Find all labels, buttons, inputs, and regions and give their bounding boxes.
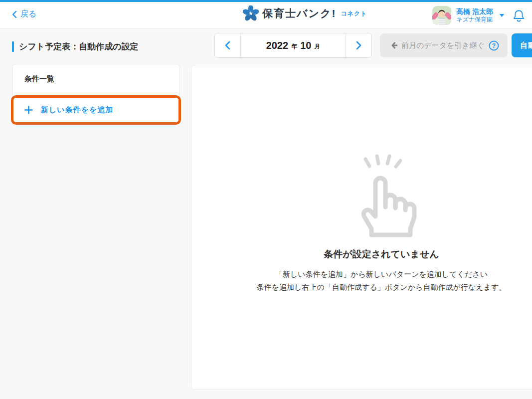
- user-organization: キズナ保育園: [456, 16, 493, 24]
- next-month-button[interactable]: [346, 33, 371, 57]
- shift-auto-create-settings-page: { "colors": { "accent_blue": "#1f9cea", …: [0, 0, 532, 399]
- chevron-right-icon: [356, 41, 361, 50]
- month-value: 10: [300, 40, 311, 51]
- app-logo: 保育士バンク! コネクト: [243, 5, 367, 21]
- empty-state-line2: 条件を追加し右上の「自動作成する」ボタンから自動作成が行なえます。: [257, 281, 506, 294]
- user-info: 高橋 浩太郎 キズナ保育園: [456, 7, 493, 24]
- condition-list-card: 条件一覧 新しい条件をを追加: [12, 64, 180, 124]
- avatar[interactable]: [432, 6, 451, 25]
- highlight-annotation-box: 新しい条件をを追加: [11, 95, 181, 125]
- help-icon[interactable]: ?: [489, 40, 499, 51]
- caret-down-icon[interactable]: [499, 13, 505, 17]
- month-unit: 月: [314, 42, 320, 51]
- empty-state-line1: 「新しい条件を追加」から新しいパターンを追加してください: [257, 268, 506, 281]
- year-value: 2022: [266, 40, 289, 51]
- plus-icon: [24, 106, 33, 114]
- user-menu[interactable]: 高橋 浩太郎 キズナ保育園: [432, 6, 525, 25]
- logo-product-text: コネクト: [341, 9, 367, 18]
- back-label: 戻る: [20, 9, 36, 19]
- add-condition-button[interactable]: 新しい条件をを追加: [13, 98, 178, 122]
- month-navigator: 2022 年 10 月: [214, 33, 372, 58]
- empty-state-description: 「新しい条件を追加」から新しいパターンを追加してください 条件を追加し右上の「自…: [257, 268, 506, 294]
- app-header: 戻る 保育士バンク! コネクト: [0, 2, 532, 28]
- carry-over-previous-month-button[interactable]: 前月のデータを引き継ぐ ?: [380, 33, 508, 57]
- condition-list-title: 条件一覧: [12, 64, 179, 94]
- current-month-display: 2022 年 10 月: [241, 33, 346, 57]
- main-content-panel: 条件が設定されていません 「新しい条件を追加」から新しいパターンを追加してくださ…: [191, 65, 532, 390]
- arrow-right-icon: [388, 42, 397, 49]
- back-chevron-icon: [12, 10, 17, 18]
- user-name: 高橋 浩太郎: [456, 7, 493, 16]
- back-button[interactable]: 戻る: [12, 9, 36, 19]
- svg-text:?: ?: [492, 42, 496, 49]
- tap-hand-icon: [344, 151, 419, 242]
- prev-month-button[interactable]: [215, 33, 241, 57]
- page-title: シフト予定表：自動作成の設定: [12, 41, 139, 52]
- logo-brand-text: 保育士バンク!: [262, 6, 336, 20]
- add-condition-label: 新しい条件をを追加: [41, 105, 113, 115]
- empty-state-heading: 条件が設定されていません: [324, 248, 439, 261]
- chevron-left-icon: [225, 41, 230, 50]
- carry-over-label: 前月のデータを引き継ぐ: [401, 41, 485, 50]
- year-unit: 年: [291, 42, 297, 51]
- bell-icon[interactable]: [513, 9, 525, 22]
- empty-state: 条件が設定されていません 「新しい条件を追加」から新しいパターンを追加してくださ…: [191, 65, 532, 294]
- auto-create-button[interactable]: 自動作成する: [512, 33, 532, 57]
- sakura-logo-icon: [243, 5, 259, 21]
